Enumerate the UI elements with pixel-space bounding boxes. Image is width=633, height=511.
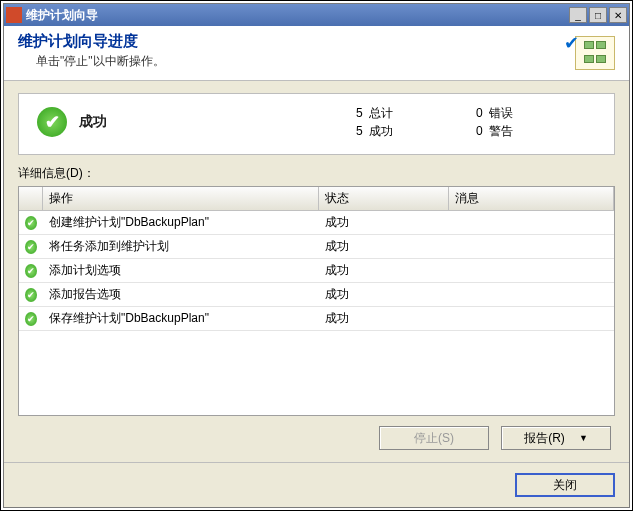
- success-icon: ✔: [25, 264, 37, 278]
- stop-button: 停止(S): [379, 426, 489, 450]
- cell-operation: 创建维护计划"DbBackupPlan": [43, 211, 319, 234]
- header: 维护计划向导进度 单击"停止"以中断操作。 ✔: [4, 26, 629, 81]
- error-row: 0 错误: [476, 104, 596, 122]
- summary-status: 成功: [79, 113, 107, 131]
- warning-row: 0 警告: [476, 122, 596, 140]
- col-operation[interactable]: 操作: [43, 187, 319, 210]
- table-row[interactable]: ✔创建维护计划"DbBackupPlan"成功: [19, 211, 614, 235]
- cell-message: [449, 292, 614, 298]
- report-button-label: 报告(R): [524, 430, 565, 447]
- success-icon: ✔: [37, 107, 67, 137]
- grid-header: 操作 状态 消息: [19, 187, 614, 211]
- col-icon[interactable]: [19, 187, 43, 210]
- titlebar: 维护计划向导 _ □ ✕: [4, 4, 629, 26]
- report-button[interactable]: 报告(R) ▼: [501, 426, 611, 450]
- page-title: 维护计划向导进度: [18, 32, 575, 51]
- cell-message: [449, 244, 614, 250]
- summary-panel: ✔ 成功 5 总计 5 成功 0 错误 0 警告: [18, 93, 615, 155]
- success-icon: ✔: [25, 240, 37, 254]
- table-row[interactable]: ✔保存维护计划"DbBackupPlan"成功: [19, 307, 614, 331]
- table-row[interactable]: ✔添加报告选项成功: [19, 283, 614, 307]
- wizard-icon: [575, 36, 615, 70]
- page-subtitle: 单击"停止"以中断操作。: [18, 53, 575, 70]
- success-icon: ✔: [25, 216, 37, 230]
- cell-state: 成功: [319, 211, 449, 234]
- cell-operation: 将任务添加到维护计划: [43, 235, 319, 258]
- total-row: 5 总计: [356, 104, 476, 122]
- col-state[interactable]: 状态: [319, 187, 449, 210]
- success-icon: ✔: [25, 312, 37, 326]
- cell-state: 成功: [319, 235, 449, 258]
- minimize-button[interactable]: _: [569, 7, 587, 23]
- close-button[interactable]: 关闭: [515, 473, 615, 497]
- cell-operation: 保存维护计划"DbBackupPlan": [43, 307, 319, 330]
- table-row[interactable]: ✔添加计划选项成功: [19, 259, 614, 283]
- checkmark-icon: ✔: [564, 32, 579, 54]
- cell-state: 成功: [319, 283, 449, 306]
- app-icon: [6, 7, 22, 23]
- table-row[interactable]: ✔将任务添加到维护计划成功: [19, 235, 614, 259]
- wizard-window: 维护计划向导 _ □ ✕ 维护计划向导进度 单击"停止"以中断操作。 ✔ ✔ 成…: [3, 3, 630, 508]
- success-icon: ✔: [25, 288, 37, 302]
- success-row: 5 成功: [356, 122, 476, 140]
- cell-state: 成功: [319, 259, 449, 282]
- details-grid: 操作 状态 消息 ✔创建维护计划"DbBackupPlan"成功✔将任务添加到维…: [18, 186, 615, 416]
- cell-message: [449, 220, 614, 226]
- details-label: 详细信息(D)：: [18, 165, 615, 182]
- maximize-button[interactable]: □: [589, 7, 607, 23]
- window-title: 维护计划向导: [26, 7, 567, 24]
- cell-operation: 添加计划选项: [43, 259, 319, 282]
- close-window-button[interactable]: ✕: [609, 7, 627, 23]
- cell-state: 成功: [319, 307, 449, 330]
- cell-message: [449, 268, 614, 274]
- cell-message: [449, 316, 614, 322]
- col-message[interactable]: 消息: [449, 187, 614, 210]
- cell-operation: 添加报告选项: [43, 283, 319, 306]
- chevron-down-icon: ▼: [579, 433, 588, 443]
